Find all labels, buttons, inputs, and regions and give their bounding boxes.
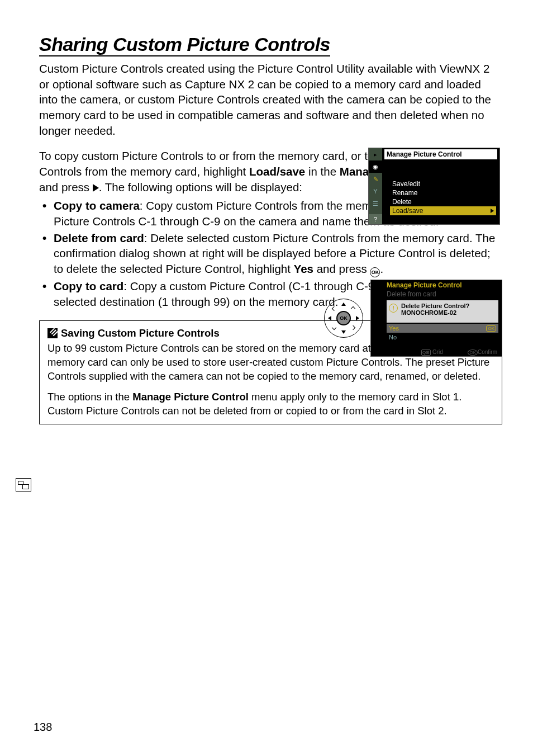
note-p2-a: The options in the xyxy=(47,391,132,403)
bullet2-title: Delete from card xyxy=(54,231,144,244)
lcd2-footer-grid-label: Grid xyxy=(432,349,443,355)
lcd1-title: Manage Picture Control xyxy=(384,149,497,159)
lcd2-footer-grid: Q⊞ Grid xyxy=(421,349,443,355)
dpad-up-icon xyxy=(341,303,346,306)
lcd1-item-delete: Delete xyxy=(390,197,496,206)
bullet1-title: Copy to camera xyxy=(54,199,140,212)
dpad-down-icon xyxy=(341,330,346,334)
lcd2-option-yes: Yes OK xyxy=(387,324,498,333)
lcd2-prompt-line1: Delete Picture Control? xyxy=(401,303,496,309)
lcd1-tab-retouch-icon: ☰ xyxy=(369,197,382,210)
bullet2-text-c: . xyxy=(380,262,383,275)
lcd2-footer-confirm-label: Confirm xyxy=(478,349,497,355)
lcd1-item-saveedit: Save/edit xyxy=(390,179,496,188)
dpad-left-icon xyxy=(328,316,331,320)
lcd1-tab-strip: ▸ ◉ ✎ Y ☰ ⊟ xyxy=(369,148,382,224)
bullet2-text-b: and press xyxy=(313,262,370,275)
lead-bold-loadsave: Load/save xyxy=(249,165,305,178)
lcd1-tab-playback-icon: ▸ xyxy=(369,148,382,160)
dpad-right-icon xyxy=(356,316,359,320)
bullet3-title: Copy to card xyxy=(54,280,123,292)
right-arrow-icon xyxy=(93,184,99,192)
intro-paragraph: Custom Picture Controls created using th… xyxy=(39,61,502,138)
bullet-delete-from-card: Delete from card: Delete selected custom… xyxy=(39,230,502,277)
lcd1-tab-wrench-icon: Y xyxy=(369,185,382,197)
lcd1-tab-pencil-icon: ✎ xyxy=(369,173,382,185)
ok-icon: OK xyxy=(370,267,380,277)
page-heading: Sharing Custom Picture Controls xyxy=(39,34,330,56)
lcd1-item-loadsave: Load/save xyxy=(390,206,496,215)
lead-text-c: in the xyxy=(305,165,340,178)
lcd1-help-icon: ? xyxy=(369,214,382,224)
dpad-diag-icon xyxy=(332,325,336,330)
note-paragraph-2: The options in the Manage Picture Contro… xyxy=(47,390,494,418)
note-p2-bold: Manage Picture Control xyxy=(132,391,249,403)
dpad-diag-icon xyxy=(332,306,336,311)
lcd1-tab-camera-icon: ◉ xyxy=(369,160,382,173)
lcd1-selected-arrow-icon xyxy=(491,209,494,213)
lcd2-yes-label: Yes xyxy=(389,325,399,332)
camera-menu-screenshot-2: Manage Picture Control Delete from card … xyxy=(370,280,502,357)
lcd2-ok-badge: OK xyxy=(486,325,496,332)
dpad-ok-button-icon: OK xyxy=(336,311,351,325)
warning-icon: ! xyxy=(389,304,398,313)
lcd2-title: Manage Picture Control xyxy=(387,281,462,289)
margin-tab-picture-icon xyxy=(16,478,31,492)
dpad-diag-icon xyxy=(351,325,355,330)
lcd1-item-loadsave-label: Load/save xyxy=(392,207,423,215)
camera-menu-screenshot-1: Manage Picture Control ▸ ◉ ✎ Y ☰ ⊟ Save/… xyxy=(368,148,500,225)
bullet2-yes: Yes xyxy=(294,262,313,275)
lcd2-confirm-box: ! Delete Picture Control? MONOCHROME-02 xyxy=(387,300,498,323)
dpad-diag-icon xyxy=(351,306,355,311)
lcd2-footer-confirm: OKConfirm xyxy=(468,349,497,355)
note-pencil-icon xyxy=(47,328,58,338)
page-number: 138 xyxy=(34,721,52,734)
lcd2-subtitle: Delete from card xyxy=(387,290,436,298)
lcd2-option-no: No xyxy=(387,333,399,341)
lead-text-f: . The following options will be displaye… xyxy=(99,181,302,193)
note-heading-text: Saving Custom Picture Controls xyxy=(61,327,220,339)
lcd2-prompt-line2: MONOCHROME-02 xyxy=(401,309,496,316)
multi-selector-dpad-icon: OK xyxy=(324,299,363,338)
lcd1-item-rename: Rename xyxy=(390,188,496,197)
